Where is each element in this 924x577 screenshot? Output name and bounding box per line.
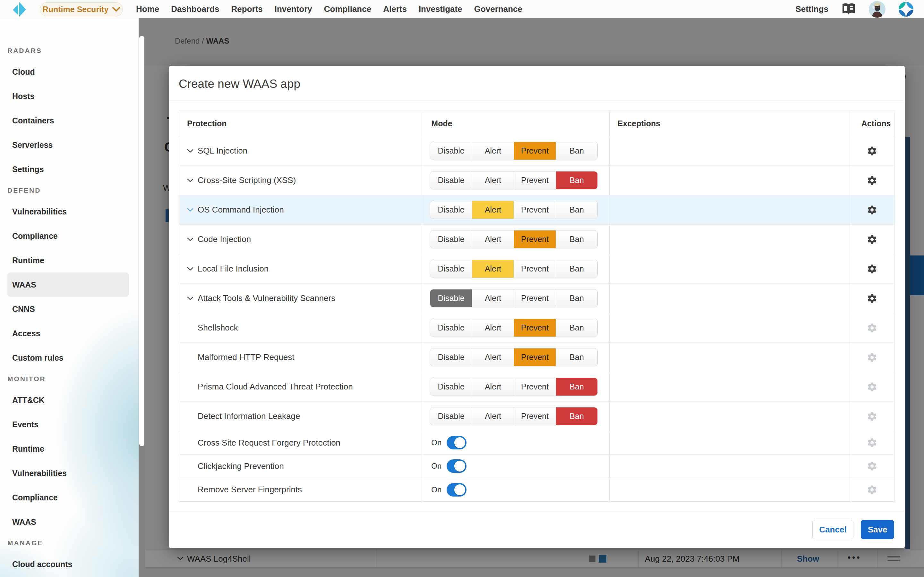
mode-option-prevent-selected[interactable]: Prevent — [514, 348, 556, 366]
expand-chevron-icon[interactable] — [187, 297, 198, 300]
mode-option-ban[interactable]: Ban — [556, 319, 598, 337]
save-button[interactable]: Save — [861, 520, 894, 539]
toggle-switch-on[interactable] — [447, 459, 467, 473]
sidebar-item-monitor-waas[interactable]: WAAS — [7, 510, 129, 534]
sidebar-item-radars-hosts[interactable]: Hosts — [7, 84, 129, 108]
mode-option-ban-selected[interactable]: Ban — [556, 408, 598, 425]
sidebar-item-monitor-compliance[interactable]: Compliance — [7, 485, 129, 510]
nav-item-alerts[interactable]: Alerts — [383, 4, 407, 14]
gear-icon[interactable] — [866, 145, 879, 157]
nav-item-compliance[interactable]: Compliance — [324, 4, 371, 14]
expand-chevron-icon[interactable] — [187, 179, 198, 182]
mode-option-ban[interactable]: Ban — [556, 142, 598, 160]
mode-option-disable[interactable]: Disable — [430, 201, 472, 219]
nav-item-investigate[interactable]: Investigate — [419, 4, 462, 14]
mode-option-prevent[interactable]: Prevent — [514, 171, 556, 189]
sidebar-item-radars-settings[interactable]: Settings — [7, 157, 129, 181]
mode-option-disable[interactable]: Disable — [430, 408, 472, 425]
toggle-switch-on[interactable] — [447, 436, 467, 450]
mode-option-disable[interactable]: Disable — [430, 171, 472, 189]
sidebar-item-defend-access[interactable]: Access — [7, 321, 129, 346]
mode-option-prevent-selected[interactable]: Prevent — [514, 230, 556, 248]
mode-option-prevent-selected[interactable]: Prevent — [514, 319, 556, 337]
mode-option-alert[interactable]: Alert — [472, 408, 514, 425]
mode-option-ban[interactable]: Ban — [556, 230, 598, 248]
gear-icon[interactable] — [866, 233, 879, 246]
mode-option-disable-selected[interactable]: Disable — [430, 290, 472, 307]
gear-icon[interactable] — [866, 263, 879, 276]
sidebar-item-defend-custom-rules[interactable]: Custom rules — [7, 346, 129, 370]
sidebar-scrollbar-thumb[interactable] — [139, 36, 144, 446]
nav-item-inventory[interactable]: Inventory — [275, 4, 312, 14]
mode-option-disable[interactable]: Disable — [430, 348, 472, 366]
mode-option-ban[interactable]: Ban — [556, 201, 598, 219]
runtime-security-logo-icon[interactable] — [12, 2, 27, 17]
mode-option-alert-selected[interactable]: Alert — [472, 201, 514, 219]
sidebar-item-defend-vulnerabilities[interactable]: Vulnerabilities — [7, 199, 129, 224]
sidebar-item-monitor-att-ck[interactable]: ATT&CK — [7, 388, 129, 412]
mode-option-alert[interactable]: Alert — [472, 319, 514, 337]
mode-option-prevent[interactable]: Prevent — [514, 290, 556, 307]
nav-item-home[interactable]: Home — [136, 4, 159, 14]
mode-option-disable[interactable]: Disable — [430, 260, 472, 277]
nav-item-reports[interactable]: Reports — [231, 4, 263, 14]
mode-option-disable[interactable]: Disable — [430, 378, 472, 396]
mode-option-ban-selected[interactable]: Ban — [556, 171, 598, 189]
protection-cell: Attack Tools & Vulnerability Scanners — [179, 284, 423, 313]
sidebar-item-monitor-events[interactable]: Events — [7, 412, 129, 437]
nav-settings-link[interactable]: Settings — [795, 4, 829, 14]
mode-option-prevent[interactable]: Prevent — [514, 378, 556, 396]
column-header-protection: Protection — [179, 111, 423, 136]
mode-option-disable[interactable]: Disable — [430, 142, 472, 160]
sidebar-item-monitor-runtime[interactable]: Runtime — [7, 437, 129, 461]
mode-option-alert-selected[interactable]: Alert — [472, 260, 514, 277]
sidebar-item-radars-serverless[interactable]: Serverless — [7, 133, 129, 157]
nav-item-governance[interactable]: Governance — [474, 4, 522, 14]
expand-chevron-icon[interactable] — [187, 267, 198, 271]
mode-cell: DisableAlertPreventBan — [423, 195, 609, 224]
sidebar-item-radars-containers[interactable]: Containers — [7, 108, 129, 133]
sidebar-item-defend-runtime[interactable]: Runtime — [7, 248, 129, 272]
mode-option-ban[interactable]: Ban — [556, 260, 598, 277]
sidebar-scrollbar[interactable] — [139, 18, 145, 577]
mode-option-disable[interactable]: Disable — [430, 230, 472, 248]
mode-option-ban[interactable]: Ban — [556, 290, 598, 307]
sidebar-item-radars-cloud[interactable]: Cloud — [7, 60, 129, 84]
column-header-actions: Actions — [850, 111, 894, 136]
docs-book-icon[interactable] — [841, 3, 856, 16]
mode-option-alert[interactable]: Alert — [472, 230, 514, 248]
mode-option-alert[interactable]: Alert — [472, 142, 514, 160]
gear-icon[interactable] — [866, 203, 879, 216]
mode-option-alert[interactable]: Alert — [472, 290, 514, 307]
sidebar-section-manage: MANAGE — [0, 534, 139, 552]
sidebar-item-defend-waas[interactable]: WAAS — [7, 272, 129, 297]
expand-chevron-icon[interactable] — [187, 237, 198, 242]
mode-option-alert[interactable]: Alert — [472, 378, 514, 396]
mode-option-prevent[interactable]: Prevent — [514, 408, 556, 425]
sidebar-item-monitor-vulnerabilities[interactable]: Vulnerabilities — [7, 461, 129, 485]
mode-option-ban-selected[interactable]: Ban — [556, 378, 598, 396]
mode-cell: On — [423, 478, 609, 501]
mode-option-alert[interactable]: Alert — [472, 171, 514, 189]
sidebar-item-defend-compliance[interactable]: Compliance — [7, 224, 129, 248]
toggle-switch-on[interactable] — [447, 483, 467, 496]
sidebar-item-manage-cloud-accounts[interactable]: Cloud accounts — [7, 552, 129, 576]
sidebar-item-defend-cnns[interactable]: CNNS — [7, 297, 129, 321]
product-switcher[interactable]: Runtime Security — [40, 2, 123, 16]
user-avatar[interactable] — [869, 1, 885, 18]
mode-option-prevent[interactable]: Prevent — [514, 201, 556, 219]
nav-item-dashboards[interactable]: Dashboards — [171, 4, 219, 14]
mode-option-alert[interactable]: Alert — [472, 348, 514, 366]
cancel-button[interactable]: Cancel — [813, 520, 853, 539]
mode-option-prevent-selected[interactable]: Prevent — [514, 142, 556, 160]
mode-option-ban[interactable]: Ban — [556, 348, 598, 366]
expand-chevron-icon[interactable] — [187, 149, 198, 153]
column-header-exceptions: Exceptions — [610, 111, 850, 136]
prisma-cloud-logo-icon[interactable] — [898, 2, 914, 17]
expand-chevron-icon[interactable] — [187, 208, 198, 212]
mode-option-disable[interactable]: Disable — [430, 319, 472, 337]
gear-icon[interactable] — [866, 174, 879, 187]
protection-row-prisma-cloud-advanced-threat-protection: Prisma Cloud Advanced Threat ProtectionD… — [179, 372, 894, 402]
mode-option-prevent[interactable]: Prevent — [514, 260, 556, 277]
gear-icon[interactable] — [866, 292, 879, 305]
